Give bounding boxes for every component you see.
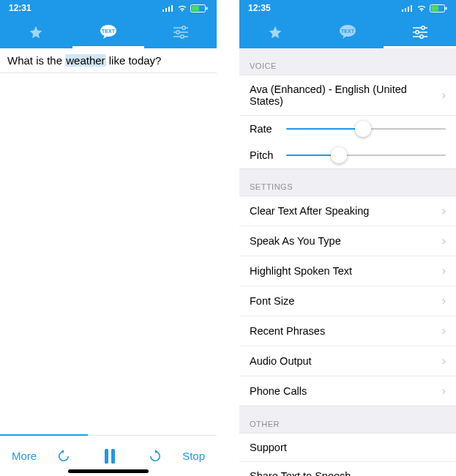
- battery-icon: [430, 4, 447, 12]
- pitch-slider[interactable]: [286, 155, 446, 156]
- svg-rect-15: [105, 449, 108, 464]
- pitch-slider-row: Pitch: [239, 142, 456, 168]
- pause-button[interactable]: [87, 448, 132, 464]
- svg-rect-19: [408, 7, 409, 12]
- section-header-voice: VOICE: [239, 48, 456, 75]
- status-icons: [402, 4, 447, 12]
- wifi-icon: [416, 4, 427, 12]
- chevron-right-icon: ›: [442, 324, 446, 338]
- chevron-right-icon: ›: [442, 89, 446, 102]
- settings-list: Clear Text After Speaking›Speak As You T…: [239, 196, 456, 406]
- tab-text[interactable]: TEXT: [312, 16, 384, 48]
- chevron-right-icon: ›: [442, 294, 446, 308]
- tab-settings[interactable]: [384, 16, 456, 48]
- settings-row-label: Recent Phrases: [250, 325, 442, 337]
- svg-text:TEXT: TEXT: [341, 29, 355, 34]
- wifi-icon: [177, 4, 187, 12]
- other-row-label: Share Text to Speech: [250, 470, 446, 476]
- chevron-right-icon: ›: [442, 384, 446, 398]
- top-tabs: TEXT: [239, 16, 456, 48]
- settings-row[interactable]: Clear Text After Speaking›: [239, 196, 456, 226]
- chevron-right-icon: ›: [442, 264, 446, 278]
- settings-row[interactable]: Phone Calls›: [239, 376, 456, 406]
- tab-text[interactable]: TEXT: [72, 16, 145, 48]
- pitch-thumb[interactable]: [331, 147, 347, 163]
- star-icon: [268, 25, 283, 40]
- svg-rect-18: [405, 8, 406, 12]
- chevron-right-icon: ›: [442, 204, 446, 217]
- svg-rect-2: [168, 7, 170, 12]
- svg-point-10: [182, 26, 184, 29]
- text-bubble-icon: TEXT: [338, 24, 357, 40]
- rate-thumb[interactable]: [355, 121, 371, 137]
- settings-row-label: Audio Output: [250, 355, 442, 367]
- forward-button[interactable]: [132, 449, 178, 464]
- stop-button[interactable]: Stop: [178, 450, 209, 462]
- status-time: 12:35: [248, 3, 271, 13]
- tab-favorites[interactable]: [0, 16, 72, 48]
- svg-rect-16: [111, 449, 115, 464]
- settings-scroll[interactable]: VOICE Ava (Enhanced) - English (United S…: [239, 48, 456, 476]
- tab-settings[interactable]: [144, 16, 217, 48]
- svg-text:TEXT: TEXT: [102, 29, 116, 34]
- text-before: What is the: [7, 54, 65, 67]
- status-icons: [162, 4, 208, 12]
- signal-icon: [402, 4, 414, 12]
- settings-row[interactable]: Speak As You Type›: [239, 226, 456, 256]
- svg-rect-20: [411, 5, 412, 12]
- text-input-display[interactable]: What is the weather like today?: [0, 48, 217, 73]
- pitch-label: Pitch: [250, 149, 279, 161]
- svg-rect-5: [192, 6, 199, 11]
- sliders-icon: [173, 26, 188, 39]
- pause-icon: [103, 448, 116, 464]
- other-list: SupportShare Text to SpeechRate in the A…: [239, 433, 456, 476]
- other-row[interactable]: Support: [239, 434, 456, 462]
- status-bar: 12:31: [0, 0, 217, 16]
- settings-row-label: Clear Text After Speaking: [250, 205, 442, 217]
- phone-text-screen: 12:31 TEXT What is the weather like toda…: [0, 0, 217, 476]
- text-bubble-icon: TEXT: [99, 24, 118, 40]
- svg-rect-23: [446, 7, 447, 10]
- settings-row[interactable]: Highlight Spoken Text›: [239, 256, 456, 286]
- home-indicator[interactable]: [68, 469, 149, 473]
- tab-favorites[interactable]: [239, 16, 312, 48]
- svg-point-29: [415, 31, 418, 34]
- settings-row-label: Font Size: [250, 295, 442, 307]
- settings-row[interactable]: Recent Phrases›: [239, 316, 456, 346]
- text-after: like today?: [106, 54, 162, 67]
- section-header-other: OTHER: [239, 406, 456, 433]
- svg-rect-1: [165, 8, 167, 12]
- svg-rect-3: [171, 5, 173, 12]
- more-button[interactable]: More: [7, 450, 41, 462]
- rewind-button[interactable]: [41, 449, 86, 464]
- rewind-icon: [56, 449, 71, 464]
- svg-rect-0: [162, 10, 164, 12]
- svg-rect-6: [206, 7, 208, 10]
- svg-point-14: [180, 35, 183, 38]
- settings-row-label: Speak As You Type: [250, 235, 442, 247]
- settings-row[interactable]: Font Size›: [239, 286, 456, 316]
- svg-point-12: [176, 31, 179, 34]
- top-tabs: TEXT: [0, 16, 217, 48]
- status-bar: 12:35: [239, 0, 456, 16]
- highlighted-word: weather: [65, 54, 105, 67]
- settings-row[interactable]: Audio Output›: [239, 346, 456, 376]
- settings-row-label: Phone Calls: [250, 385, 442, 397]
- settings-row-label: Highlight Spoken Text: [250, 265, 442, 277]
- voice-label: Ava (Enhanced) - English (United States): [250, 83, 442, 107]
- rate-slider[interactable]: [286, 128, 446, 130]
- other-row[interactable]: Share Text to Speech: [239, 462, 456, 476]
- forward-icon: [148, 449, 162, 464]
- svg-rect-17: [402, 10, 403, 12]
- svg-point-31: [419, 35, 422, 38]
- chevron-right-icon: ›: [442, 234, 446, 248]
- sliders-icon: [413, 26, 427, 39]
- voice-selection-row[interactable]: Ava (Enhanced) - English (United States)…: [239, 75, 456, 116]
- rate-slider-row: Rate: [239, 116, 456, 142]
- battery-icon: [190, 4, 208, 12]
- status-time: 12:31: [9, 3, 31, 13]
- phone-settings-screen: 12:35 TEXT VOICE Ava (Enhanced) - Englis…: [239, 0, 456, 476]
- text-canvas[interactable]: [0, 73, 217, 435]
- star-icon: [29, 25, 43, 40]
- rate-label: Rate: [250, 123, 279, 135]
